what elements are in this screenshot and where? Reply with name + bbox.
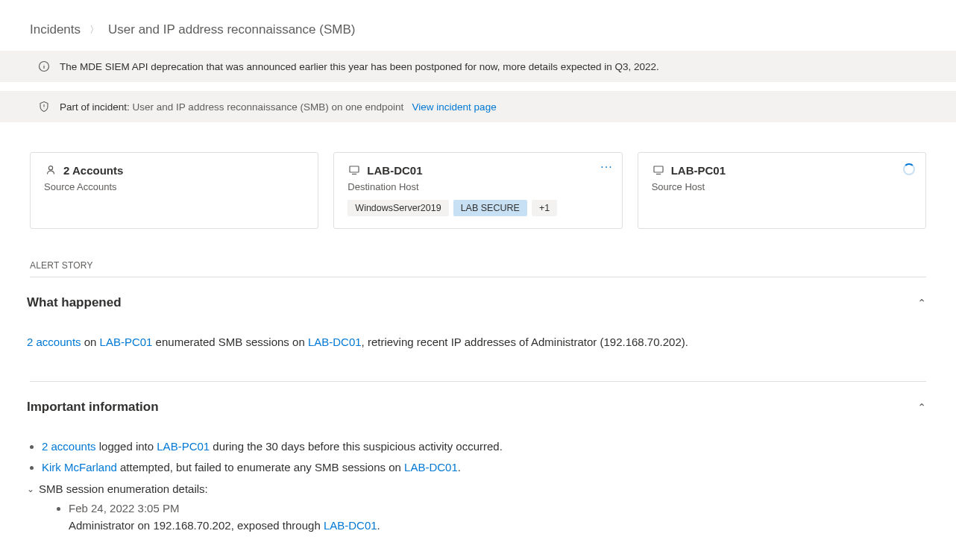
breadcrumb: Incidents 〉 User and IP address reconnai… — [0, 15, 956, 51]
accounts-card-subtitle: Source Accounts — [44, 181, 304, 192]
svg-rect-8 — [654, 166, 663, 172]
tag-plus-one[interactable]: +1 — [532, 200, 557, 216]
shield-alert-icon — [37, 100, 51, 113]
destination-host-subtitle: Destination Host — [348, 181, 608, 192]
alert-story-label: ALERT STORY — [0, 229, 956, 277]
link-accounts[interactable]: 2 accounts — [27, 336, 81, 348]
text: logged into — [96, 440, 157, 453]
link-dest-host[interactable]: LAB-DC01 — [404, 461, 458, 474]
link-source-host[interactable]: LAB-PC01 — [157, 440, 210, 453]
chevron-right-icon: 〉 — [89, 23, 99, 37]
text: Administrator on 192.168.70.202, exposed… — [69, 519, 324, 532]
list-item: Feb 24, 2022 3:05 PM Administrator on 19… — [69, 500, 926, 534]
source-host-subtitle: Source Host — [652, 181, 912, 192]
link-accounts[interactable]: 2 accounts — [42, 440, 96, 453]
entity-cards-row: 2 Accounts Source Accounts ··· LAB-DC01 … — [0, 131, 956, 229]
smb-details-label: SMB session enumeration details: — [39, 481, 208, 498]
breadcrumb-current: User and IP address reconnaissance (SMB) — [108, 22, 355, 37]
incident-banner-text: User and IP address reconnaissance (SMB)… — [133, 101, 404, 113]
svg-rect-6 — [350, 166, 359, 172]
info-icon — [37, 60, 51, 73]
link-dest-host[interactable]: LAB-DC01 — [308, 336, 362, 348]
text: . — [377, 519, 380, 532]
what-happened-header[interactable]: What happened ⌄ — [0, 277, 956, 318]
desktop-icon — [652, 163, 665, 177]
important-info-heading: Important information — [27, 400, 159, 415]
text: during the 30 days before this suspiciou… — [210, 440, 503, 453]
card-more-actions[interactable]: ··· — [600, 160, 612, 174]
breadcrumb-root[interactable]: Incidents — [30, 22, 81, 37]
chevron-up-icon: ⌄ — [914, 401, 926, 413]
what-happened-body: 2 accounts on LAB-PC01 enumerated SMB se… — [0, 318, 956, 381]
chevron-down-icon: ⌄ — [27, 482, 34, 496]
accounts-card[interactable]: 2 Accounts Source Accounts — [30, 152, 318, 229]
destination-host-card[interactable]: ··· LAB-DC01 Destination Host WindowsSer… — [333, 152, 622, 229]
accounts-card-title: 2 Accounts — [63, 164, 123, 177]
text: enumerated SMB sessions on — [152, 336, 307, 348]
incident-banner: Part of incident: User and IP address re… — [0, 91, 956, 122]
important-info-body: 2 accounts logged into LAB-PC01 during t… — [0, 422, 956, 561]
text: . — [458, 461, 461, 474]
source-host-card[interactable]: LAB-PC01 Source Host — [638, 152, 926, 229]
tag-lab-secure[interactable]: LAB SECURE — [453, 200, 527, 216]
destination-host-title: LAB-DC01 — [367, 164, 422, 177]
text: attempted, but failed to enumerate any S… — [117, 461, 404, 474]
user-icon — [44, 163, 57, 177]
text: on — [81, 336, 100, 348]
smb-details-toggle[interactable]: ⌄ SMB session enumeration details: — [27, 481, 926, 498]
link-user-kirk[interactable]: Kirk McFarland — [42, 461, 117, 474]
deprecation-banner-text: The MDE SIEM API deprecation that was an… — [60, 61, 659, 72]
deprecation-banner: The MDE SIEM API deprecation that was an… — [0, 51, 956, 82]
smb-detail-timestamp: Feb 24, 2022 3:05 PM — [69, 502, 179, 515]
what-happened-heading: What happened — [27, 295, 122, 310]
list-item: Kirk McFarland attempted, but failed to … — [42, 459, 926, 476]
link-dest-host[interactable]: LAB-DC01 — [324, 519, 377, 532]
source-host-title: LAB-PC01 — [671, 164, 726, 177]
tag-os[interactable]: WindowsServer2019 — [348, 200, 448, 216]
desktop-icon — [348, 163, 361, 177]
loading-spinner-icon — [903, 163, 915, 175]
view-incident-page-link[interactable]: View incident page — [412, 101, 497, 113]
chevron-up-icon: ⌄ — [914, 297, 926, 309]
text: , retrieving recent IP addresses of Admi… — [362, 336, 688, 348]
list-item: 2 accounts logged into LAB-PC01 during t… — [42, 438, 926, 456]
link-source-host[interactable]: LAB-PC01 — [100, 336, 153, 348]
incident-banner-prefix: Part of incident: — [60, 101, 130, 113]
svg-point-5 — [48, 166, 52, 170]
important-info-header[interactable]: Important information ⌄ — [0, 382, 956, 422]
